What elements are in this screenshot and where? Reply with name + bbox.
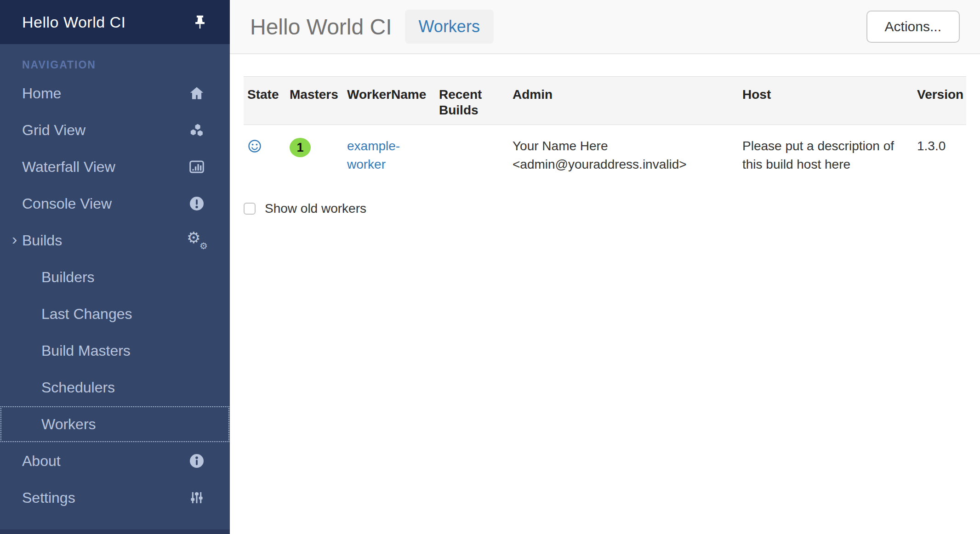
sidebar-brand-bar: Hello World CI (0, 0, 230, 44)
recent-builds-cell (435, 125, 509, 186)
sidebar-item-console-view[interactable]: Console View (0, 185, 230, 222)
column-header-state: State (244, 77, 286, 125)
sidebar-item-label: Console View (22, 195, 112, 212)
thumbtack-icon[interactable] (192, 14, 208, 30)
sidebar-item-schedulers[interactable]: Schedulers (0, 369, 230, 406)
sidebar-item-label: Build Masters (41, 342, 131, 359)
sidebar-item-label: Home (22, 85, 61, 102)
sidebar-item-label: Builds (22, 232, 62, 249)
sidebar-item-label: Grid View (22, 122, 85, 139)
sidebar-item-label: Last Changes (41, 306, 132, 323)
sidebar-item-label: Waterfall View (22, 159, 115, 176)
cubes-icon (188, 121, 206, 139)
sidebar-item-builders[interactable]: Builders (0, 259, 230, 295)
host-cell: Please put a description of this build h… (739, 125, 913, 186)
bar-chart-icon (188, 158, 206, 176)
page-header: Hello World CI Workers Actions... (230, 0, 980, 54)
chevron-right-icon (12, 230, 17, 248)
home-icon (188, 84, 206, 102)
sidebar-footer-strip (0, 529, 230, 534)
workers-table: State Masters WorkerName Recent Builds A… (244, 76, 966, 186)
show-old-workers-row: Show old workers (244, 201, 966, 216)
sidebar-item-workers[interactable]: Workers (0, 406, 230, 443)
exclamation-circle-icon (188, 194, 206, 213)
sidebar-item-label: Settings (22, 489, 75, 506)
sidebar-item-label: Builders (41, 269, 95, 286)
column-header-version: Version (913, 77, 966, 125)
masters-count-badge: 1 (290, 138, 311, 157)
app-window: Hello World CI NAVIGATION Home Grid View (0, 0, 980, 534)
sidebar-item-last-changes[interactable]: Last Changes (0, 295, 230, 332)
brand-title: Hello World CI (22, 13, 192, 31)
worker-name-link[interactable]: example-worker (347, 139, 400, 171)
table-header-row: State Masters WorkerName Recent Builds A… (244, 77, 966, 125)
sidebar-item-label: About (22, 453, 61, 470)
content-area: State Masters WorkerName Recent Builds A… (230, 54, 980, 216)
sidebar-item-about[interactable]: About (0, 443, 230, 479)
tab-workers[interactable]: Workers (405, 10, 494, 44)
sidebar-item-waterfall-view[interactable]: Waterfall View (0, 148, 230, 185)
sidebar-item-builds[interactable]: Builds (0, 222, 230, 259)
sidebar-item-settings[interactable]: Settings (0, 479, 230, 516)
column-header-recent-builds: Recent Builds (435, 77, 509, 125)
column-header-masters: Masters (286, 77, 343, 125)
sidebar: Hello World CI NAVIGATION Home Grid View (0, 0, 230, 534)
column-header-admin: Admin (509, 77, 739, 125)
admin-cell: Your Name Here <admin@youraddress.invali… (509, 125, 739, 186)
sidebar-item-home[interactable]: Home (0, 75, 230, 112)
table-row: 1 example-worker Your Name Here <admin@y… (244, 125, 966, 186)
show-old-workers-checkbox[interactable] (244, 203, 256, 215)
main-panel: Hello World CI Workers Actions... State … (230, 0, 980, 534)
navigation-section-label: NAVIGATION (22, 59, 230, 71)
show-old-workers-label: Show old workers (265, 201, 366, 216)
sliders-icon (188, 489, 206, 507)
version-cell: 1.3.0 (913, 125, 966, 186)
info-circle-icon (188, 452, 206, 470)
cogs-icon (188, 231, 206, 250)
page-title: Hello World CI (250, 14, 392, 40)
sidebar-item-label: Workers (41, 416, 96, 433)
sidebar-item-build-masters[interactable]: Build Masters (0, 332, 230, 369)
smiley-face-icon (247, 142, 262, 156)
actions-button[interactable]: Actions... (866, 11, 960, 43)
column-header-workername: WorkerName (343, 77, 435, 125)
sidebar-item-grid-view[interactable]: Grid View (0, 112, 230, 148)
sidebar-item-label: Schedulers (41, 379, 115, 396)
column-header-host: Host (739, 77, 913, 125)
